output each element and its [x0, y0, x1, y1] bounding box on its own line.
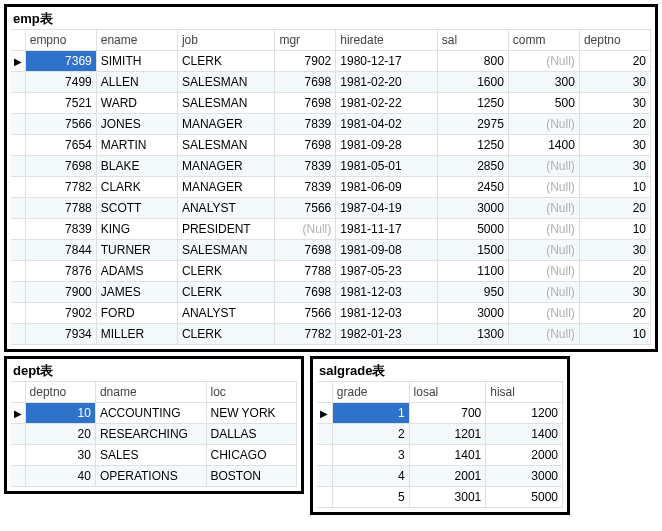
cell-ename[interactable]: WARD	[96, 93, 177, 114]
salgrade-table[interactable]: grade losal hisal ▶170012002120114003140…	[317, 381, 563, 508]
cell-comm[interactable]: (Null)	[508, 261, 579, 282]
table-row[interactable]: 30SALESCHICAGO	[11, 445, 297, 466]
cell-deptno[interactable]: 20	[579, 198, 650, 219]
cell-empno[interactable]: 7844	[25, 240, 96, 261]
cell-job[interactable]: MANAGER	[177, 177, 274, 198]
cell-job[interactable]: MANAGER	[177, 156, 274, 177]
table-row[interactable]: 7521WARDSALESMAN76981981-02-22125050030	[11, 93, 651, 114]
cell-dname[interactable]: OPERATIONS	[95, 466, 206, 487]
cell-mgr[interactable]: 7839	[275, 177, 336, 198]
cell-ename[interactable]: SIMITH	[96, 51, 177, 72]
cell-mgr[interactable]: 7902	[275, 51, 336, 72]
cell-ename[interactable]: TURNER	[96, 240, 177, 261]
table-row[interactable]: ▶17001200	[317, 403, 563, 424]
cell-grade[interactable]: 5	[332, 487, 409, 508]
cell-job[interactable]: CLERK	[177, 261, 274, 282]
cell-ename[interactable]: ALLEN	[96, 72, 177, 93]
col-deptno[interactable]: deptno	[579, 30, 650, 51]
table-row[interactable]: 7902FORDANALYST75661981-12-033000(Null)2…	[11, 303, 651, 324]
cell-hiredate[interactable]: 1981-05-01	[336, 156, 438, 177]
cell-hiredate[interactable]: 1981-09-08	[336, 240, 438, 261]
cell-ename[interactable]: ADAMS	[96, 261, 177, 282]
cell-deptno[interactable]: 20	[579, 51, 650, 72]
table-row[interactable]: 7698BLAKEMANAGER78391981-05-012850(Null)…	[11, 156, 651, 177]
cell-empno[interactable]: 7521	[25, 93, 96, 114]
cell-hisal[interactable]: 2000	[486, 445, 563, 466]
cell-job[interactable]: PRESIDENT	[177, 219, 274, 240]
cell-deptno[interactable]: 30	[579, 156, 650, 177]
cell-sal[interactable]: 1500	[437, 240, 508, 261]
cell-losal[interactable]: 3001	[409, 487, 486, 508]
cell-mgr[interactable]: 7698	[275, 282, 336, 303]
cell-losal[interactable]: 700	[409, 403, 486, 424]
cell-ename[interactable]: CLARK	[96, 177, 177, 198]
cell-loc[interactable]: NEW YORK	[206, 403, 297, 424]
col-empno[interactable]: empno	[25, 30, 96, 51]
col-dname[interactable]: dname	[95, 382, 206, 403]
cell-hiredate[interactable]: 1981-12-03	[336, 303, 438, 324]
cell-hiredate[interactable]: 1980-12-17	[336, 51, 438, 72]
table-row[interactable]: 212011400	[317, 424, 563, 445]
cell-sal[interactable]: 3000	[437, 303, 508, 324]
cell-ename[interactable]: BLAKE	[96, 156, 177, 177]
cell-hisal[interactable]: 3000	[486, 466, 563, 487]
cell-mgr[interactable]: (Null)	[275, 219, 336, 240]
table-row[interactable]: 7782CLARKMANAGER78391981-06-092450(Null)…	[11, 177, 651, 198]
cell-ename[interactable]: FORD	[96, 303, 177, 324]
cell-deptno[interactable]: 30	[25, 445, 95, 466]
cell-hiredate[interactable]: 1981-06-09	[336, 177, 438, 198]
cell-comm[interactable]: (Null)	[508, 156, 579, 177]
cell-comm[interactable]: 1400	[508, 135, 579, 156]
cell-hisal[interactable]: 5000	[486, 487, 563, 508]
cell-comm[interactable]: (Null)	[508, 51, 579, 72]
cell-job[interactable]: SALESMAN	[177, 72, 274, 93]
cell-job[interactable]: CLERK	[177, 282, 274, 303]
cell-ename[interactable]: MARTIN	[96, 135, 177, 156]
cell-deptno[interactable]: 30	[579, 282, 650, 303]
cell-job[interactable]: ANALYST	[177, 198, 274, 219]
cell-deptno[interactable]: 20	[579, 114, 650, 135]
cell-ename[interactable]: KING	[96, 219, 177, 240]
cell-comm[interactable]: (Null)	[508, 240, 579, 261]
cell-loc[interactable]: BOSTON	[206, 466, 297, 487]
cell-mgr[interactable]: 7698	[275, 135, 336, 156]
cell-deptno[interactable]: 30	[579, 135, 650, 156]
cell-sal[interactable]: 2450	[437, 177, 508, 198]
cell-mgr[interactable]: 7698	[275, 72, 336, 93]
cell-empno[interactable]: 7876	[25, 261, 96, 282]
cell-comm[interactable]: (Null)	[508, 114, 579, 135]
table-row[interactable]: 7876ADAMSCLERK77881987-05-231100(Null)20	[11, 261, 651, 282]
table-row[interactable]: 530015000	[317, 487, 563, 508]
cell-grade[interactable]: 3	[332, 445, 409, 466]
table-row[interactable]: 7654MARTINSALESMAN76981981-09-2812501400…	[11, 135, 651, 156]
cell-hiredate[interactable]: 1981-09-28	[336, 135, 438, 156]
cell-empno[interactable]: 7698	[25, 156, 96, 177]
col-loc[interactable]: loc	[206, 382, 297, 403]
cell-dname[interactable]: SALES	[95, 445, 206, 466]
cell-job[interactable]: CLERK	[177, 51, 274, 72]
cell-comm[interactable]: 500	[508, 93, 579, 114]
cell-mgr[interactable]: 7782	[275, 324, 336, 345]
table-row[interactable]: 7934MILLERCLERK77821982-01-231300(Null)1…	[11, 324, 651, 345]
table-row[interactable]: 7900JAMESCLERK76981981-12-03950(Null)30	[11, 282, 651, 303]
cell-deptno[interactable]: 30	[579, 72, 650, 93]
cell-sal[interactable]: 2975	[437, 114, 508, 135]
cell-sal[interactable]: 800	[437, 51, 508, 72]
cell-mgr[interactable]: 7566	[275, 303, 336, 324]
cell-deptno[interactable]: 10	[579, 324, 650, 345]
cell-hiredate[interactable]: 1981-04-02	[336, 114, 438, 135]
table-row[interactable]: 420013000	[317, 466, 563, 487]
cell-loc[interactable]: DALLAS	[206, 424, 297, 445]
cell-deptno[interactable]: 30	[579, 93, 650, 114]
table-row[interactable]: 314012000	[317, 445, 563, 466]
cell-ename[interactable]: SCOTT	[96, 198, 177, 219]
col-losal[interactable]: losal	[409, 382, 486, 403]
cell-deptno[interactable]: 20	[579, 261, 650, 282]
cell-deptno[interactable]: 10	[579, 219, 650, 240]
cell-ename[interactable]: MILLER	[96, 324, 177, 345]
cell-deptno[interactable]: 10	[25, 403, 95, 424]
cell-mgr[interactable]: 7566	[275, 198, 336, 219]
cell-comm[interactable]: (Null)	[508, 198, 579, 219]
cell-mgr[interactable]: 7839	[275, 156, 336, 177]
table-row[interactable]: ▶10ACCOUNTINGNEW YORK	[11, 403, 297, 424]
